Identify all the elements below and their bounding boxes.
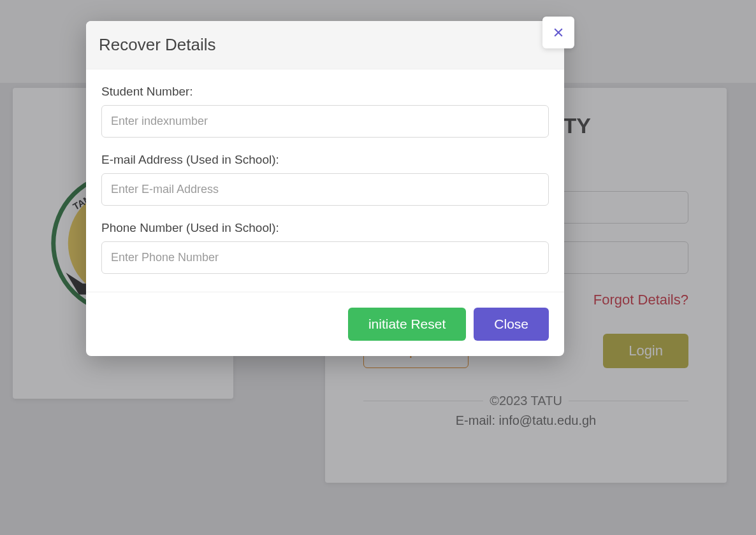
email-label: E-mail Address (Used in School): (101, 153, 549, 167)
student-number-label: Student Number: (101, 85, 549, 99)
student-number-group: Student Number: (101, 85, 549, 138)
initiate-reset-button[interactable]: initiate Reset (348, 308, 466, 341)
recover-details-modal: Recover Details Student Number: E-mail A… (86, 21, 564, 356)
modal-footer: initiate Reset Close (86, 292, 564, 356)
modal-title: Recover Details (99, 35, 551, 55)
student-number-input[interactable] (101, 105, 549, 138)
email-group: E-mail Address (Used in School): (101, 153, 549, 206)
phone-group: Phone Number (Used in School): (101, 221, 549, 274)
email-input[interactable] (101, 173, 549, 206)
modal-header: Recover Details (86, 21, 564, 69)
phone-label: Phone Number (Used in School): (101, 221, 549, 235)
close-icon (552, 26, 565, 39)
phone-input[interactable] (101, 241, 549, 274)
modal-body: Student Number: E-mail Address (Used in … (86, 69, 564, 292)
close-button[interactable]: Close (474, 308, 549, 341)
modal-close-x-button[interactable] (542, 17, 574, 48)
